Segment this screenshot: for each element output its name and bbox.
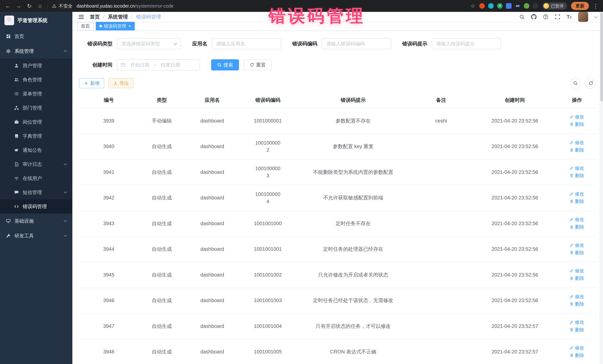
error-code-input[interactable] bbox=[322, 38, 391, 49]
fullscreen-icon[interactable] bbox=[555, 14, 560, 20]
refresh-table-icon[interactable] bbox=[586, 78, 596, 88]
red-extension-icon[interactable] bbox=[479, 3, 485, 9]
sidebar-item[interactable]: 错误码管理 bbox=[0, 199, 72, 213]
blue-grid-extension-icon[interactable] bbox=[506, 3, 511, 9]
search-button[interactable]: 搜索 bbox=[211, 59, 239, 70]
tools-icon bbox=[6, 233, 11, 238]
edit-link[interactable]: 修改 bbox=[570, 216, 584, 223]
table-row: 3941自动生成dashboard100100000 3不能删除类型为系统内置的… bbox=[79, 159, 596, 185]
cell-msg: 不能删除类型为系统内置的参数配置 bbox=[296, 159, 410, 185]
delete-link[interactable]: 删除 bbox=[570, 326, 584, 333]
delete-link[interactable]: 删除 bbox=[570, 275, 584, 282]
sidebar-item[interactable]: 用户管理 bbox=[0, 59, 72, 73]
delete-link[interactable]: 删除 bbox=[570, 223, 584, 230]
sidebar-item[interactable]: 字典管理 bbox=[0, 129, 72, 143]
breadcrumb-item[interactable]: 系统管理 bbox=[108, 13, 128, 20]
toggle-search-icon[interactable] bbox=[570, 78, 581, 88]
delete-link[interactable]: 删除 bbox=[570, 172, 584, 179]
breadcrumb-item[interactable]: 首页 bbox=[90, 13, 100, 20]
sidebar-item[interactable]: 在线用户 bbox=[0, 171, 72, 185]
reset-button[interactable]: 重置 bbox=[244, 59, 272, 70]
filter-row-1: 错误码类型 请选择错误码类型 应用名 错误码编码 bbox=[79, 38, 596, 49]
tags-view: 首页错误码管理× bbox=[72, 22, 603, 31]
cell-type: 自动生成 bbox=[139, 339, 185, 364]
cell-type: 自动生成 bbox=[139, 211, 185, 236]
sidebar-item[interactable]: 基础设施 bbox=[0, 213, 72, 228]
delete-link[interactable]: 删除 bbox=[570, 352, 584, 359]
teal-extension-icon[interactable] bbox=[488, 3, 494, 9]
dark-bird-extension-icon[interactable] bbox=[533, 3, 538, 9]
edit-icon bbox=[570, 295, 574, 298]
cell-type: 自动生成 bbox=[139, 134, 185, 160]
sidebar-item[interactable]: 系统管理 bbox=[0, 44, 72, 59]
error-code-table: 编号类型应用名错误码编码错误码提示备注创建时间操作 3939手动编辑dashbo… bbox=[79, 92, 596, 364]
export-button[interactable]: 导出 bbox=[108, 78, 134, 88]
sidebar-toggle-icon[interactable] bbox=[78, 14, 84, 20]
back-icon[interactable]: ← bbox=[4, 3, 11, 9]
filter-label-time: 创建时间 bbox=[79, 62, 112, 68]
bookmark-star-icon[interactable]: ☆ bbox=[471, 3, 475, 9]
start-date-input[interactable] bbox=[128, 62, 152, 68]
delete-link[interactable]: 删除 bbox=[570, 147, 584, 153]
close-icon[interactable]: × bbox=[128, 23, 131, 29]
error-type-select[interactable]: 请选择错误码类型 bbox=[117, 38, 181, 49]
green-paw-extension-icon[interactable] bbox=[524, 3, 529, 9]
sidebar-item[interactable]: 研发工具 bbox=[0, 228, 72, 243]
sidebar-item[interactable]: 岗位管理 bbox=[0, 115, 72, 129]
github-icon[interactable] bbox=[531, 14, 537, 20]
error-msg-input[interactable] bbox=[432, 38, 501, 49]
help-icon[interactable] bbox=[543, 14, 548, 20]
app-name-input[interactable] bbox=[212, 38, 281, 49]
scrollbar-thumb[interactable] bbox=[600, 13, 603, 101]
browser-update-button[interactable]: 更新 bbox=[571, 2, 589, 10]
browser-menu-icon[interactable]: ⋮ bbox=[593, 3, 599, 9]
edit-icon bbox=[570, 115, 574, 119]
sidebar-item[interactable]: 角色管理 bbox=[0, 73, 72, 87]
edit-link[interactable]: 修改 bbox=[570, 190, 584, 197]
edit-link[interactable]: 修改 bbox=[570, 344, 584, 351]
green-v-extension-icon[interactable]: V bbox=[497, 3, 503, 9]
sidebar-item[interactable]: 菜单管理 bbox=[0, 87, 72, 101]
edit-link[interactable]: 修改 bbox=[570, 293, 584, 300]
table-row: 3939手动编辑dashboard1001000001参数配置不存在ceshi2… bbox=[79, 108, 596, 134]
edit-link[interactable]: 修改 bbox=[570, 267, 584, 274]
search-icon[interactable] bbox=[519, 14, 525, 20]
add-button[interactable]: 新增 bbox=[79, 78, 104, 88]
reload-icon[interactable]: ↻ bbox=[26, 3, 33, 9]
edit-link[interactable]: 修改 bbox=[570, 319, 584, 325]
delete-link[interactable]: 删除 bbox=[570, 249, 584, 256]
edit-icon bbox=[570, 217, 574, 221]
logo-image bbox=[4, 16, 14, 25]
delete-link[interactable]: 删除 bbox=[570, 121, 584, 128]
edit-link[interactable]: 修改 bbox=[570, 113, 584, 120]
profile-chip[interactable]: 已暂停 bbox=[542, 2, 567, 10]
address-bar[interactable]: dashboard.yudao.iocoder.cn/system/error-… bbox=[77, 3, 466, 9]
cell-msg: 参数配置不存在 bbox=[296, 108, 410, 134]
date-range-picker[interactable]: - bbox=[117, 59, 200, 70]
sidebar-item[interactable]: 短信管理 bbox=[0, 185, 72, 199]
edit-link[interactable]: 修改 bbox=[570, 139, 584, 146]
dark-on-extension-icon[interactable]: on bbox=[515, 3, 521, 9]
edit-link[interactable]: 修改 bbox=[570, 165, 584, 171]
page-scrollbar[interactable] bbox=[600, 12, 603, 364]
sidebar-item[interactable]: 通知公告 bbox=[0, 143, 72, 157]
end-date-input[interactable] bbox=[159, 62, 182, 68]
forward-icon[interactable]: → bbox=[15, 3, 22, 9]
edit-link[interactable]: 修改 bbox=[570, 242, 584, 249]
delete-link[interactable]: 删除 bbox=[570, 198, 584, 205]
sidebar-item[interactable]: 首页 bbox=[0, 29, 72, 44]
sidebar-item[interactable]: 审计日志 bbox=[0, 157, 72, 171]
tab-item[interactable]: 首页 bbox=[77, 22, 93, 30]
logo[interactable]: 芋道管理系统 bbox=[0, 12, 72, 29]
filter-label-type: 错误码类型 bbox=[79, 40, 112, 47]
sidebar-item[interactable]: 部门管理 bbox=[0, 101, 72, 115]
trash-icon bbox=[570, 148, 574, 152]
tab-item[interactable]: 错误码管理× bbox=[96, 22, 135, 30]
home-icon[interactable]: ⌂ bbox=[37, 3, 43, 9]
user-avatar[interactable] bbox=[578, 12, 588, 22]
security-chip[interactable]: 不安全 bbox=[52, 3, 72, 9]
chevron-down-icon[interactable] bbox=[594, 14, 598, 18]
table-header-row: 编号类型应用名错误码编码错误码提示备注创建时间操作 bbox=[79, 92, 596, 108]
font-size-icon[interactable]: TT bbox=[567, 14, 572, 20]
delete-link[interactable]: 删除 bbox=[570, 301, 584, 307]
